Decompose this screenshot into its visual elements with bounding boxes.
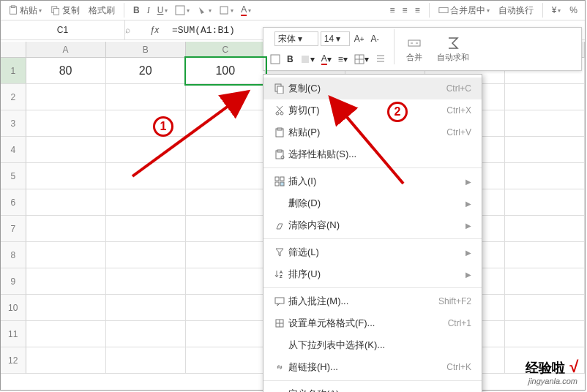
ctx-item[interactable]: 从下拉列表中选择(K)...: [263, 334, 482, 356]
cell[interactable]: [106, 295, 186, 321]
cell[interactable]: [26, 242, 106, 268]
cell[interactable]: [186, 110, 266, 137]
mini-border2-button[interactable]: ▾: [352, 53, 371, 65]
col-header-A[interactable]: A: [26, 42, 106, 58]
cell-fill-button[interactable]: ▾: [194, 4, 214, 17]
cell[interactable]: [106, 110, 186, 137]
cell[interactable]: [186, 347, 266, 374]
cell[interactable]: [106, 137, 186, 163]
cell[interactable]: [26, 84, 106, 110]
cell[interactable]: [26, 216, 106, 242]
fx-icon[interactable]: ƒx: [140, 25, 169, 35]
cell[interactable]: [505, 242, 585, 268]
cell[interactable]: [505, 163, 585, 189]
cell[interactable]: [186, 84, 266, 110]
row-header[interactable]: 3: [1, 110, 26, 137]
row-header[interactable]: 12: [1, 347, 26, 374]
row-header[interactable]: 11: [1, 321, 26, 347]
mini-merge-button[interactable]: 合并: [400, 29, 428, 69]
ctx-item[interactable]: 筛选(L)▶: [263, 241, 482, 263]
cell[interactable]: [106, 242, 186, 268]
cell[interactable]: 100: [186, 58, 266, 84]
format-painter-button[interactable]: 格式刷: [86, 3, 118, 18]
ctx-item[interactable]: 超链接(H)...Ctrl+K: [263, 356, 482, 378]
cell[interactable]: [106, 163, 186, 189]
cell[interactable]: [106, 347, 186, 374]
row-header[interactable]: 7: [1, 216, 26, 242]
ctx-item[interactable]: 剪切(T)Ctrl+X: [263, 99, 482, 121]
percent-button[interactable]: %: [567, 4, 580, 17]
row-header[interactable]: 4: [1, 137, 26, 163]
cell[interactable]: [186, 189, 266, 216]
row-header[interactable]: 10: [1, 295, 26, 321]
cell[interactable]: [26, 189, 106, 216]
cell[interactable]: [106, 189, 186, 216]
cell[interactable]: [26, 268, 106, 295]
italic-button[interactable]: I: [144, 4, 153, 18]
cell[interactable]: [26, 347, 106, 374]
mini-autosum-button[interactable]: 自动求和: [431, 29, 475, 69]
cell[interactable]: [186, 242, 266, 268]
row-header[interactable]: 1: [1, 58, 26, 84]
cell[interactable]: [186, 321, 266, 347]
cell[interactable]: [505, 189, 585, 216]
ctx-item[interactable]: 定义名称(A)...: [263, 383, 482, 392]
cell[interactable]: [26, 295, 106, 321]
ctx-item[interactable]: 复制(C)Ctrl+C: [263, 78, 482, 99]
align-bot-button[interactable]: ≡: [412, 4, 423, 17]
cell[interactable]: [26, 137, 106, 163]
grow-font-button[interactable]: A+: [352, 33, 367, 45]
row-header[interactable]: 5: [1, 163, 26, 189]
cell[interactable]: [186, 137, 266, 163]
mini-bold-button[interactable]: B: [285, 53, 296, 65]
ctx-item[interactable]: 清除内容(N)▶: [263, 214, 482, 236]
bold-button[interactable]: B: [130, 4, 143, 17]
ctx-item[interactable]: AZ排序(U)▶: [263, 263, 482, 285]
font-color-button[interactable]: A▾: [238, 3, 254, 18]
shrink-font-button[interactable]: A-: [369, 33, 381, 45]
cell[interactable]: [106, 321, 186, 347]
cell[interactable]: [505, 295, 585, 321]
mini-border-button[interactable]: [268, 53, 283, 65]
cell[interactable]: 80: [26, 58, 106, 84]
merge-center-button[interactable]: 合并居中▾: [435, 3, 493, 18]
cell[interactable]: [186, 216, 266, 242]
cell[interactable]: [505, 137, 585, 163]
row-header[interactable]: 8: [1, 242, 26, 268]
wrap-button[interactable]: 自动换行: [496, 3, 536, 18]
mini-font-color-button[interactable]: A▾: [319, 53, 334, 66]
mini-indent-button[interactable]: [373, 53, 388, 65]
col-header-B[interactable]: B: [106, 42, 186, 58]
paste-button[interactable]: 粘贴▾: [5, 3, 45, 18]
cell[interactable]: [106, 268, 186, 295]
font-select[interactable]: 宋体▾: [274, 31, 318, 46]
cell[interactable]: [186, 268, 266, 295]
cell[interactable]: [106, 216, 186, 242]
cell[interactable]: [505, 268, 585, 295]
cell-style-button[interactable]: ▾: [216, 4, 236, 17]
ctx-item[interactable]: 选择性粘贴(S)...: [263, 143, 482, 165]
cell[interactable]: [26, 321, 106, 347]
cell[interactable]: [505, 84, 585, 110]
row-header[interactable]: 9: [1, 268, 26, 295]
align-top-button[interactable]: ≡: [387, 4, 398, 17]
cell[interactable]: [26, 110, 106, 137]
cell[interactable]: [505, 110, 585, 137]
border-button[interactable]: ▾: [172, 4, 192, 17]
name-box[interactable]: C1: [1, 20, 125, 39]
cell[interactable]: [106, 84, 186, 110]
currency-button[interactable]: ¥▾: [549, 4, 564, 17]
cell[interactable]: [186, 163, 266, 189]
ctx-item[interactable]: 设置单元格格式(F)...Ctrl+1: [263, 312, 482, 334]
ctx-item[interactable]: 粘贴(P)Ctrl+V: [263, 121, 482, 143]
ctx-item[interactable]: 删除(D)▶: [263, 192, 482, 214]
mini-align-button[interactable]: ≡▾: [336, 53, 350, 65]
mini-fill-button[interactable]: ▾: [298, 53, 317, 65]
cell[interactable]: [505, 321, 585, 347]
row-header[interactable]: 6: [1, 189, 26, 216]
row-header[interactable]: 2: [1, 84, 26, 110]
select-all-corner[interactable]: [1, 42, 26, 58]
underline-button[interactable]: U▾: [154, 4, 171, 17]
ctx-item[interactable]: 插入批注(M)...Shift+F2: [263, 290, 482, 312]
ctx-item[interactable]: 插入(I)▶: [263, 170, 482, 192]
